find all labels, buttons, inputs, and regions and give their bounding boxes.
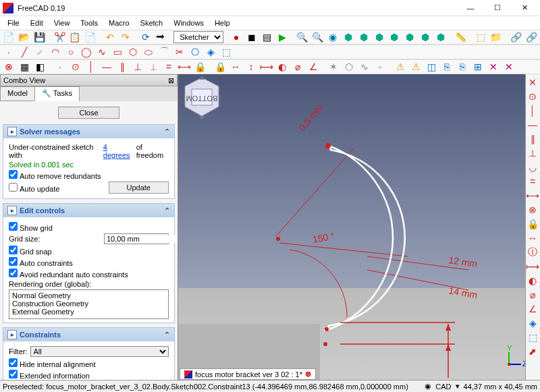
carbon-icon[interactable]: ◈ xyxy=(203,45,218,59)
draw-style-icon[interactable]: ◉ xyxy=(326,30,341,44)
constr-diam-icon[interactable]: ⌀ xyxy=(526,288,539,302)
list-item[interactable]: Normal Geometry xyxy=(11,291,167,300)
part-icon[interactable]: ⬚ xyxy=(473,30,488,44)
clone-icon[interactable]: ⎘ xyxy=(439,60,454,74)
bspline-deg-icon[interactable]: ✶ xyxy=(326,60,341,74)
edit-panel-header[interactable]: ▸ Edit controls ⌃ xyxy=(3,204,174,217)
paste-icon[interactable]: 📄 xyxy=(83,30,98,44)
constr-coincident-icon[interactable]: ✕ xyxy=(526,76,539,89)
sketch-canvas[interactable]: 150 ° 12 mm 14 mm 0,5 mm Y Z xyxy=(178,74,529,380)
constr-snell-icon[interactable]: ◈ xyxy=(526,316,539,330)
external-icon[interactable]: ⎔ xyxy=(188,45,202,59)
zoom-fit-icon[interactable]: 🔍 xyxy=(295,30,310,44)
open-icon[interactable]: 📂 xyxy=(17,30,32,44)
navigation-cube[interactable]: BOTTOM xyxy=(178,74,225,121)
bspline-comb-icon[interactable]: ∿ xyxy=(357,60,372,74)
disty-icon[interactable]: ↕ xyxy=(244,60,259,74)
update-button[interactable]: Update xyxy=(109,181,169,194)
horizontal-icon[interactable]: — xyxy=(99,60,114,74)
coincident-icon[interactable]: · xyxy=(53,60,68,74)
solver-panel-header[interactable]: ▸ Solver messages ⌃ xyxy=(3,125,174,138)
select-conflict-icon[interactable]: ⚠ xyxy=(393,60,408,74)
constr-angle-icon[interactable]: ∠ xyxy=(526,302,539,316)
document-tab[interactable]: focus motor bracket ver 3 02 : 1* ⊗ xyxy=(180,368,316,380)
ellipse-icon[interactable]: ◯ xyxy=(79,45,94,59)
constr-disty-icon[interactable]: Ⓘ xyxy=(526,246,539,259)
save-icon[interactable]: 💾 xyxy=(32,30,47,44)
constr-vert-icon[interactable]: │ xyxy=(526,104,539,117)
bspline-knot-icon[interactable]: ◦ xyxy=(373,60,387,74)
auto-update-check[interactable]: Auto update xyxy=(9,183,59,193)
measure-icon[interactable]: 📏 xyxy=(453,30,468,44)
close-button[interactable]: Close xyxy=(58,107,119,119)
list-item[interactable]: External Geometry xyxy=(11,308,167,316)
view-iso-icon[interactable]: ⬢ xyxy=(341,30,356,44)
fillet-icon[interactable]: ⌒ xyxy=(157,45,171,59)
menu-file[interactable]: File xyxy=(3,18,24,28)
macro-record-icon[interactable]: ● xyxy=(229,30,244,44)
macro-stop-icon[interactable]: ◼ xyxy=(244,30,259,44)
view-bot-icon[interactable]: ⬢ xyxy=(418,30,433,44)
constraints-panel-header[interactable]: ▸ Constraints ⌃ xyxy=(3,328,174,341)
doc-close-icon[interactable]: ⊗ xyxy=(305,370,311,379)
list-item[interactable]: Construction Geometry xyxy=(11,300,167,308)
constr-perp-icon[interactable]: ⊥ xyxy=(526,146,539,160)
select-redundant-icon[interactable]: ⚠ xyxy=(408,60,423,74)
group-icon[interactable]: 📁 xyxy=(489,30,504,44)
maximize-button[interactable]: ☐ xyxy=(485,1,510,16)
view-right-icon[interactable]: ⬢ xyxy=(387,30,402,44)
line-icon[interactable]: ╱ xyxy=(17,45,32,59)
menu-windows[interactable]: Windows xyxy=(169,18,209,28)
menu-tools[interactable]: Tools xyxy=(76,18,103,28)
copy2-icon[interactable]: ⎘ xyxy=(455,60,470,74)
tangent-icon[interactable]: ⟂ xyxy=(146,60,161,74)
delete-icon[interactable]: ✕ xyxy=(486,60,501,74)
dof-link[interactable]: 4 degrees xyxy=(103,143,134,159)
constr-distx-icon[interactable]: ↔ xyxy=(526,231,539,245)
constr-equal-icon[interactable]: = xyxy=(526,175,539,188)
redo-icon[interactable]: ↷ xyxy=(118,30,133,44)
nav-style-icon[interactable]: ◉ xyxy=(425,382,431,391)
workbench-selector[interactable]: Sketcher xyxy=(173,31,223,43)
block-icon[interactable]: 🔒 xyxy=(192,60,207,74)
zoom-sel-icon[interactable]: 🔍 xyxy=(310,30,325,44)
slot-icon[interactable]: ⬭ xyxy=(141,45,156,59)
constr-block-icon[interactable]: ⊗ xyxy=(526,203,539,217)
bspline-poly-icon[interactable]: ⬡ xyxy=(342,60,356,74)
extended-info-check[interactable]: Extended information xyxy=(9,370,90,380)
auto-remove-check[interactable]: Auto remove redundants xyxy=(9,170,101,180)
rendering-listbox[interactable]: Normal Geometry Construction Geometry Ex… xyxy=(9,289,169,319)
tab-tasks[interactable]: 🔧 Tasks xyxy=(34,86,80,101)
show-grid-check[interactable]: Show grid xyxy=(9,222,53,232)
view-rear-icon[interactable]: ⬢ xyxy=(402,30,417,44)
polyline-icon[interactable]: ⟋ xyxy=(32,45,47,59)
menu-view[interactable]: View xyxy=(49,18,75,28)
new-icon[interactable]: 📄 xyxy=(1,30,16,44)
constr-intern-icon[interactable]: ⬚ xyxy=(526,331,539,344)
constr-horiz-icon[interactable]: — xyxy=(526,118,539,132)
cut-icon[interactable]: ✂️ xyxy=(52,30,67,44)
perpendicular-icon[interactable]: ⊥ xyxy=(130,60,145,74)
vertical-icon[interactable]: │ xyxy=(84,60,99,74)
gap-dim[interactable]: 0,5 mm xyxy=(296,102,325,133)
radius2-dim[interactable]: 14 mm xyxy=(448,285,478,300)
angle-icon[interactable]: ∠ xyxy=(306,60,321,74)
constr-dist-icon[interactable]: ⟼ xyxy=(526,260,539,273)
nav-style-label[interactable]: CAD xyxy=(435,383,451,391)
close-window-button[interactable]: ✕ xyxy=(512,1,537,16)
constr-tangent-icon[interactable]: ◡ xyxy=(526,161,539,174)
circle-icon[interactable]: ○ xyxy=(63,45,78,59)
menu-sketch[interactable]: Sketch xyxy=(136,18,168,28)
array-icon[interactable]: ⊞ xyxy=(470,60,485,74)
distx-icon[interactable]: ↔ xyxy=(228,60,243,74)
minimize-button[interactable]: — xyxy=(458,1,483,16)
view-sketch-icon[interactable]: ▦ xyxy=(17,60,32,74)
mirror-icon[interactable]: ◫ xyxy=(424,60,439,74)
angle-dim[interactable]: 150 ° xyxy=(312,230,335,244)
view-left-icon[interactable]: ⬢ xyxy=(433,30,448,44)
diameter-icon[interactable]: ⌀ xyxy=(290,60,305,74)
menu-help[interactable]: Help xyxy=(210,18,235,28)
point-icon[interactable]: · xyxy=(1,45,16,59)
tab-model[interactable]: Model xyxy=(0,86,35,101)
parallel-icon[interactable]: ∥ xyxy=(115,60,130,74)
